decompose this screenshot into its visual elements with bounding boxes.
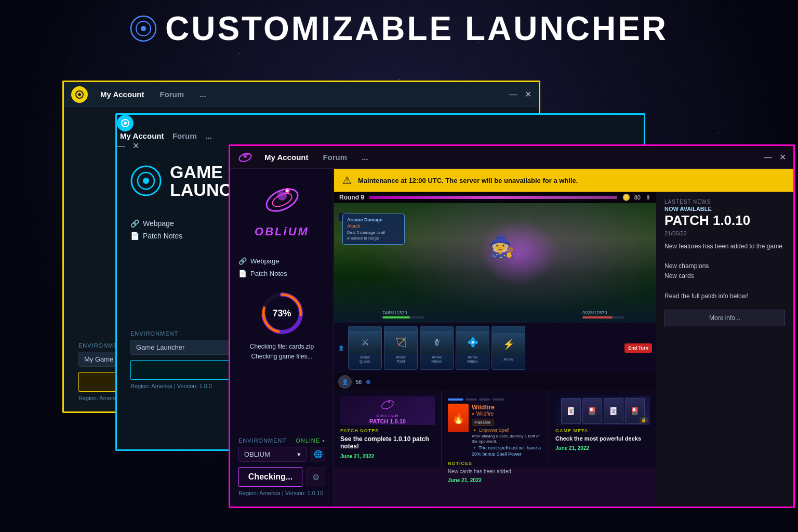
- mag-checking-text: Checking file: cards.zip Checking game f…: [250, 342, 314, 362]
- mag-link-webpage[interactable]: 🔗 Webpage: [238, 257, 325, 265]
- dot-1: [448, 398, 463, 401]
- oblium-logo-icon: [237, 150, 253, 165]
- mag-link-patchnotes[interactable]: 📄 Patch Notes: [238, 270, 325, 277]
- gauntlet-card-2: 🎴: [582, 398, 602, 424]
- gauntlet-card-1: 🃏: [561, 398, 581, 424]
- game-card-2[interactable]: 🏹 ArrowPoint: [384, 326, 418, 370]
- yellow-close-btn[interactable]: ✕: [525, 89, 531, 99]
- cyan-tab-more[interactable]: ...: [202, 129, 215, 142]
- card-1-name: ArrowQueen: [358, 354, 371, 365]
- dot-2: [466, 398, 477, 401]
- window-magenta: My Account Forum ... — ✕ OBLiUM �: [229, 144, 795, 508]
- game-card-5[interactable]: ⚡ Arrow: [491, 326, 525, 370]
- patch-desc-2: New champions: [664, 261, 785, 271]
- bc3-date: June 21, 2022: [555, 445, 650, 451]
- bottom-cards: OBLiUM PATCH 1.0.10 PATCH NOTES See the …: [334, 391, 656, 468]
- wildfire-spell: 🔹 The next spell cast will have a 20% bo…: [472, 445, 542, 457]
- patch-date: 21/06/22: [664, 230, 785, 236]
- oblium-big-logo-area: OBLiUM: [238, 179, 325, 238]
- magenta-tab-forum[interactable]: Forum: [320, 151, 350, 164]
- bc-patch-ver: PATCH 1.0.10: [369, 418, 406, 424]
- bc2-desc: New cards has been added: [448, 469, 542, 474]
- magenta-titlebar: My Account Forum ... — ✕: [230, 146, 793, 169]
- player-avatar-small[interactable]: 👤: [338, 345, 344, 351]
- svg-point-28: [388, 401, 390, 403]
- game-pause-btn[interactable]: ⏸: [645, 194, 651, 201]
- bc-game-meta[interactable]: 🃏 🎴 🃏 🎴 🔒 GAME META Check the most power…: [549, 391, 656, 468]
- game-round: Round 9: [339, 194, 364, 201]
- now-available: NOW AVAILABLE: [664, 206, 785, 212]
- bc3-title: Check the most powerful decks: [555, 435, 650, 442]
- magenta-minimize-btn[interactable]: —: [764, 153, 772, 162]
- svg-point-18: [247, 153, 249, 155]
- gauntlet-cards: 🃏 🎴 🃏 🎴: [561, 398, 645, 424]
- page-title: CUSTOMIZABLE LAUNCHER: [165, 9, 668, 48]
- game-card-4[interactable]: 💠 ArrowMinion: [456, 326, 489, 370]
- gauntlet-card-3: 🃏: [604, 398, 623, 424]
- svg-point-2: [141, 26, 146, 31]
- patch-desc-3: New cards: [664, 271, 785, 281]
- bc-notices[interactable]: 🔥 Wildfire ● Wildfire Passive: [442, 391, 549, 468]
- more-info-btn[interactable]: More info...: [664, 310, 785, 326]
- magenta-win-controls: — ✕: [764, 152, 786, 162]
- magenta-main: ⚠ Maintenance at 12:00 UTC. The server w…: [334, 169, 793, 507]
- svg-point-9: [124, 122, 127, 125]
- yellow-tab-myaccount[interactable]: My Account: [97, 88, 147, 101]
- yellow-minimize-btn[interactable]: —: [509, 90, 517, 99]
- cyan-launcher-icon: [130, 165, 162, 196]
- wildfire-name: Wildfire: [472, 404, 542, 411]
- svg-point-4: [78, 93, 81, 96]
- maintenance-bar: ⚠ Maintenance at 12:00 UTC. The server w…: [334, 169, 793, 192]
- mag-gear-btn[interactable]: ⚙: [307, 468, 325, 486]
- oblium-big-icon: [261, 179, 303, 221]
- patch-title: PATCH 1.0.10: [664, 213, 785, 228]
- wildfire-ability1: 🔸 Enpower Spell: [472, 428, 542, 434]
- magenta-tab-more[interactable]: ...: [358, 151, 371, 164]
- card-5-name: Arrow: [502, 356, 514, 363]
- mag-progress-pct: 73%: [259, 290, 305, 337]
- warning-icon: ⚠: [342, 174, 352, 187]
- mag-env-select[interactable]: OBLIUM ▾: [238, 447, 307, 462]
- card-popup-action: Attack: [347, 223, 400, 229]
- game-card-3[interactable]: 🗡 ArrowMinion: [420, 326, 454, 370]
- mana-count: 50: [356, 379, 362, 385]
- card-2-name: ArrowPoint: [395, 354, 406, 365]
- patch-desc-1: New features has been added to the game: [664, 242, 785, 251]
- cyan-tab-forum[interactable]: Forum: [169, 129, 200, 142]
- yellow-titlebar: My Account Forum ... — ✕: [64, 82, 539, 107]
- mag-env-label: ENVIRONMENT Online: [238, 437, 325, 444]
- game-player-row: 👤 50: [334, 373, 656, 391]
- link-icon: 🔗: [238, 257, 247, 265]
- mag-progress-ring: 73%: [259, 290, 305, 337]
- yellow-tab-more[interactable]: ...: [196, 88, 209, 101]
- oblium-title-text: OBLiUM: [255, 225, 309, 238]
- game-card-1[interactable]: ⚔ ArrowQueen: [348, 326, 382, 370]
- mag-globe-btn[interactable]: 🌐: [311, 447, 325, 461]
- card-popup: Arcane Damage Attack Deal 5 damage to al…: [342, 214, 405, 245]
- magenta-close-btn[interactable]: ✕: [779, 152, 786, 162]
- bc-patch-notes[interactable]: OBLiUM PATCH 1.0.10 PATCH NOTES See the …: [334, 391, 442, 468]
- bc1-title: See the complete 1.0.10 patch notes!: [340, 435, 435, 450]
- wildfire-text: Wildfire ● Wildfire Passive 🔸 Enpower Sp…: [472, 404, 542, 458]
- yellow-logo-btn[interactable]: [71, 86, 88, 103]
- end-turn-btn[interactable]: End Turn: [624, 343, 652, 353]
- card-popup-title: Arcane Damage: [347, 217, 400, 222]
- mag-progress-area: 73% Checking file: cards.zip Checking ga…: [238, 290, 325, 362]
- page-title-area: CUSTOMIZABLE LAUNCHER: [0, 9, 798, 48]
- card-3-name: ArrowMinion: [430, 354, 443, 365]
- wildfire-ability-desc: After playing a card, destroy 1 buff of …: [472, 434, 542, 445]
- dot-4: [493, 398, 504, 401]
- svg-point-23: [286, 190, 288, 192]
- card-1-art: ⚔: [349, 331, 381, 354]
- patch-desc-4: Read the full patch info below!: [664, 291, 785, 301]
- yellow-tab-forum[interactable]: Forum: [156, 88, 187, 101]
- news-panel: LASTEST NEWS NOW AVAILABLE PATCH 1.0.10 …: [656, 192, 793, 507]
- mag-check-btn[interactable]: Checking...: [238, 467, 302, 487]
- bc2-date: June 21, 2022: [448, 477, 542, 483]
- dot-3: [479, 398, 490, 401]
- cyan-minimize-btn[interactable]: —: [117, 141, 125, 151]
- magenta-tab-myaccount[interactable]: My Account: [261, 151, 311, 164]
- cyan-tab-myaccount[interactable]: My Account: [117, 129, 167, 142]
- card-popup-desc: Deal 5 damage to all enemies in range: [347, 230, 400, 241]
- cyan-close-btn[interactable]: ✕: [132, 141, 139, 151]
